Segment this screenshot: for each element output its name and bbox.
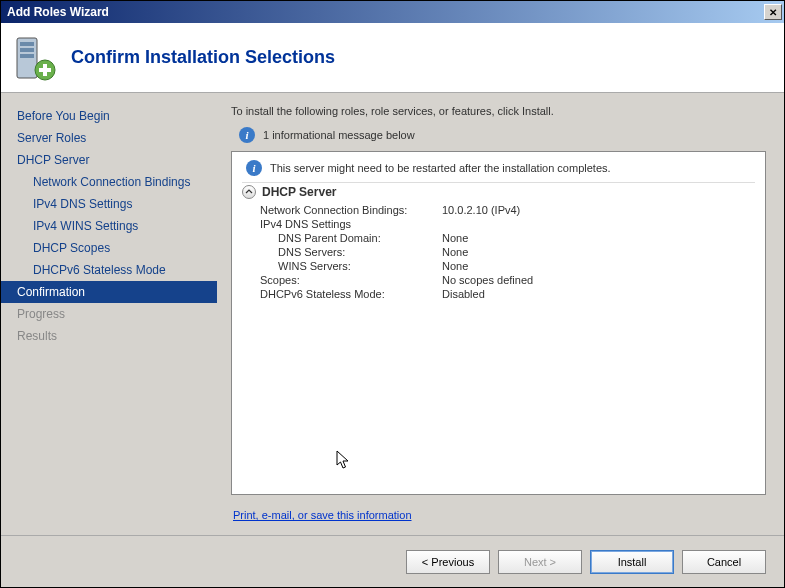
- sidebar-item-network-connection-bindings[interactable]: Network Connection Bindings: [1, 171, 217, 193]
- previous-button[interactable]: < Previous: [406, 550, 490, 574]
- confirmation-details-box: i This server might need to be restarted…: [231, 151, 766, 495]
- header: Confirm Installation Selections: [1, 23, 784, 93]
- info-icon: i: [239, 127, 255, 143]
- sidebar-item-dhcp-scopes[interactable]: DHCP Scopes: [1, 237, 217, 259]
- svg-rect-2: [20, 48, 34, 52]
- settings-key: DHCPv6 Stateless Mode:: [242, 288, 442, 300]
- info-count-text: 1 informational message below: [263, 129, 415, 141]
- sidebar-item-results: Results: [1, 325, 217, 347]
- restart-warning: i This server might need to be restarted…: [242, 158, 755, 180]
- settings-grid: Network Connection Bindings:10.0.2.10 (I…: [242, 203, 755, 301]
- footer-buttons: < Previous Next > Install Cancel: [1, 535, 784, 587]
- close-button[interactable]: ✕: [764, 4, 782, 20]
- intro-text: To install the following roles, role ser…: [231, 105, 766, 117]
- settings-key: WINS Servers:: [242, 260, 442, 272]
- info-message-summary: i 1 informational message below: [239, 127, 766, 143]
- server-wizard-icon: [11, 34, 59, 82]
- info-icon: i: [246, 160, 262, 176]
- section-title: DHCP Server: [262, 185, 336, 199]
- page-title: Confirm Installation Selections: [71, 47, 335, 68]
- link-row: Print, e-mail, or save this information: [231, 495, 766, 529]
- main-panel: To install the following roles, role ser…: [217, 93, 784, 535]
- content-area: Before You BeginServer RolesDHCP ServerN…: [1, 93, 784, 535]
- settings-row: Scopes:No scopes defined: [242, 273, 755, 287]
- section-header-dhcp: DHCP Server: [242, 182, 755, 203]
- settings-row: DNS Parent Domain:None: [242, 231, 755, 245]
- settings-value: 10.0.2.10 (IPv4): [442, 204, 520, 216]
- svg-rect-6: [39, 68, 51, 72]
- settings-row: DNS Servers:None: [242, 245, 755, 259]
- svg-rect-3: [20, 54, 34, 58]
- settings-row: WINS Servers:None: [242, 259, 755, 273]
- cancel-button[interactable]: Cancel: [682, 550, 766, 574]
- sidebar-item-ipv4-dns-settings[interactable]: IPv4 DNS Settings: [1, 193, 217, 215]
- print-save-link[interactable]: Print, e-mail, or save this information: [233, 509, 412, 521]
- sidebar-item-ipv4-wins-settings[interactable]: IPv4 WINS Settings: [1, 215, 217, 237]
- settings-value: Disabled: [442, 288, 485, 300]
- sidebar-item-confirmation[interactable]: Confirmation: [1, 281, 217, 303]
- settings-value: None: [442, 232, 468, 244]
- sidebar-item-progress: Progress: [1, 303, 217, 325]
- restart-warning-text: This server might need to be restarted a…: [270, 162, 611, 174]
- next-button[interactable]: Next >: [498, 550, 582, 574]
- sidebar-nav: Before You BeginServer RolesDHCP ServerN…: [1, 93, 217, 535]
- settings-row: Network Connection Bindings:10.0.2.10 (I…: [242, 203, 755, 217]
- sidebar-item-server-roles[interactable]: Server Roles: [1, 127, 217, 149]
- install-button[interactable]: Install: [590, 550, 674, 574]
- window-title: Add Roles Wizard: [7, 5, 109, 19]
- sidebar-item-dhcp-server[interactable]: DHCP Server: [1, 149, 217, 171]
- settings-key: DNS Servers:: [242, 246, 442, 258]
- settings-key: DNS Parent Domain:: [242, 232, 442, 244]
- settings-value: None: [442, 246, 468, 258]
- wizard-window: Add Roles Wizard ✕ Confirm Installation …: [0, 0, 785, 588]
- settings-value: No scopes defined: [442, 274, 533, 286]
- sidebar-item-before-you-begin[interactable]: Before You Begin: [1, 105, 217, 127]
- settings-row: DHCPv6 Stateless Mode:Disabled: [242, 287, 755, 301]
- titlebar: Add Roles Wizard ✕: [1, 1, 784, 23]
- settings-key: Scopes:: [242, 274, 442, 286]
- collapse-toggle-icon[interactable]: [242, 185, 256, 199]
- settings-key: Network Connection Bindings:: [242, 204, 442, 216]
- settings-value: None: [442, 260, 468, 272]
- svg-rect-1: [20, 42, 34, 46]
- settings-subheading: IPv4 DNS Settings: [242, 217, 755, 231]
- sidebar-item-dhcpv6-stateless-mode[interactable]: DHCPv6 Stateless Mode: [1, 259, 217, 281]
